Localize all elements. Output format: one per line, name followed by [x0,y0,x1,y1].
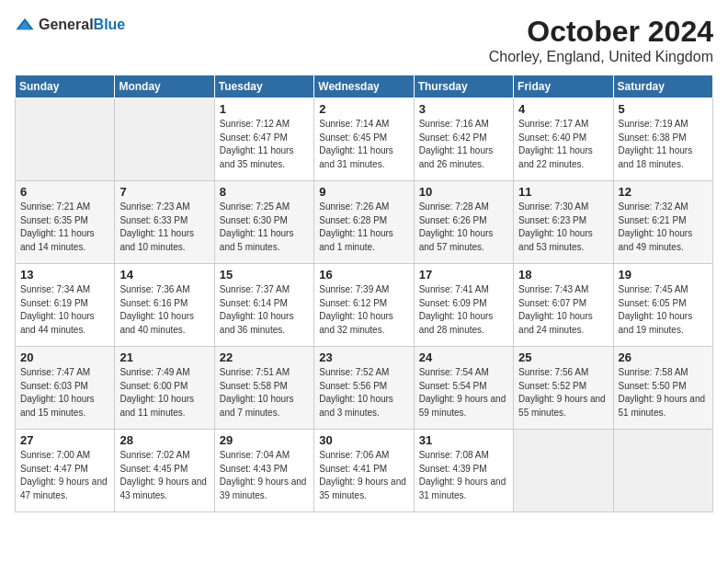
sunrise-text: Sunrise: 7:58 AM [619,366,708,380]
daylight-text: Daylight: 10 hours and 40 minutes. [119,310,209,337]
sunrise-text: Sunrise: 7:19 AM [619,118,708,132]
calendar-week-row: 1Sunrise: 7:12 AMSunset: 6:47 PMDaylight… [16,98,713,181]
calendar-body: 1Sunrise: 7:12 AMSunset: 6:47 PMDaylight… [16,98,713,512]
sunset-text: Sunset: 6:07 PM [518,297,608,311]
daylight-text: Daylight: 9 hours and 31 minutes. [419,476,508,502]
day-number: 5 [619,102,708,116]
daylight-text: Daylight: 10 hours and 28 minutes. [419,310,508,337]
calendar-week-row: 13Sunrise: 7:34 AMSunset: 6:19 PMDayligh… [16,264,713,347]
calendar-cell: 17Sunrise: 7:41 AMSunset: 6:09 PMDayligh… [414,264,513,347]
daylight-text: Daylight: 11 hours and 22 minutes. [518,144,608,171]
day-number: 19 [619,268,708,282]
daylight-text: Daylight: 11 hours and 14 minutes. [20,227,109,254]
sunrise-text: Sunrise: 7:45 AM [619,283,708,297]
day-number: 2 [319,102,408,116]
sunset-text: Sunset: 6:42 PM [419,132,508,145]
calendar-cell [514,430,613,512]
day-number: 15 [220,268,309,282]
calendar-cell: 19Sunrise: 7:45 AMSunset: 6:05 PMDayligh… [613,264,712,347]
day-info: Sunrise: 7:56 AMSunset: 5:52 PMDaylight:… [518,366,608,419]
calendar-cell: 25Sunrise: 7:56 AMSunset: 5:52 PMDayligh… [514,347,613,430]
page-header: GeneralBlue October 2024 Chorley, Englan… [15,15,713,65]
day-info: Sunrise: 7:16 AMSunset: 6:42 PMDaylight:… [419,118,508,171]
daylight-text: Daylight: 11 hours and 18 minutes. [619,144,708,171]
day-number: 28 [119,433,209,447]
header-row: Sunday Monday Tuesday Wednesday Thursday… [16,75,713,98]
day-number: 13 [20,268,109,282]
day-number: 18 [518,268,608,282]
day-number: 31 [419,433,508,447]
daylight-text: Daylight: 10 hours and 49 minutes. [619,227,708,254]
day-info: Sunrise: 7:19 AMSunset: 6:38 PMDaylight:… [619,118,708,171]
daylight-text: Daylight: 11 hours and 10 minutes. [119,227,209,254]
sunset-text: Sunset: 6:40 PM [518,132,608,145]
calendar-cell: 27Sunrise: 7:00 AMSunset: 4:47 PMDayligh… [16,430,115,512]
sunset-text: Sunset: 6:33 PM [119,214,209,228]
sunset-text: Sunset: 4:43 PM [220,463,309,477]
sunrise-text: Sunrise: 7:25 AM [220,201,309,214]
calendar-cell: 21Sunrise: 7:49 AMSunset: 6:00 PMDayligh… [115,347,214,430]
sunset-text: Sunset: 4:45 PM [119,463,209,477]
day-number: 17 [419,268,508,282]
location-title: Chorley, England, United Kingdom [489,49,713,65]
calendar-cell: 2Sunrise: 7:14 AMSunset: 6:45 PMDaylight… [314,98,414,181]
sunset-text: Sunset: 6:14 PM [220,297,309,311]
sunrise-text: Sunrise: 7:21 AM [20,201,109,214]
col-friday: Friday [514,75,613,98]
day-info: Sunrise: 7:39 AMSunset: 6:12 PMDaylight:… [319,283,408,337]
day-number: 21 [119,350,209,364]
sunset-text: Sunset: 6:45 PM [319,132,408,145]
sunset-text: Sunset: 6:26 PM [419,214,508,228]
daylight-text: Daylight: 11 hours and 35 minutes. [220,144,309,171]
day-info: Sunrise: 7:23 AMSunset: 6:33 PMDaylight:… [119,201,209,254]
day-info: Sunrise: 7:45 AMSunset: 6:05 PMDaylight:… [619,283,708,337]
sunrise-text: Sunrise: 7:00 AM [20,449,109,463]
day-info: Sunrise: 7:04 AMSunset: 4:43 PMDaylight:… [220,449,309,502]
day-number: 22 [220,350,309,364]
month-title: October 2024 [489,15,713,49]
day-info: Sunrise: 7:51 AMSunset: 5:58 PMDaylight:… [220,366,309,419]
day-info: Sunrise: 7:14 AMSunset: 6:45 PMDaylight:… [319,118,408,171]
daylight-text: Daylight: 10 hours and 7 minutes. [220,393,309,419]
day-info: Sunrise: 7:17 AMSunset: 6:40 PMDaylight:… [518,118,608,171]
day-info: Sunrise: 7:28 AMSunset: 6:26 PMDaylight:… [419,201,508,254]
day-info: Sunrise: 7:37 AMSunset: 6:14 PMDaylight:… [220,283,309,337]
sunset-text: Sunset: 5:58 PM [220,380,309,394]
sunrise-text: Sunrise: 7:51 AM [220,366,309,380]
day-number: 23 [319,350,408,364]
calendar-cell: 1Sunrise: 7:12 AMSunset: 6:47 PMDaylight… [214,98,313,181]
day-info: Sunrise: 7:41 AMSunset: 6:09 PMDaylight:… [419,283,508,337]
daylight-text: Daylight: 9 hours and 35 minutes. [319,476,408,502]
sunset-text: Sunset: 6:47 PM [220,132,309,145]
day-number: 7 [119,185,209,199]
calendar-cell: 9Sunrise: 7:26 AMSunset: 6:28 PMDaylight… [314,181,414,264]
daylight-text: Daylight: 10 hours and 32 minutes. [319,310,408,337]
daylight-text: Daylight: 9 hours and 47 minutes. [20,476,109,502]
calendar-cell: 26Sunrise: 7:58 AMSunset: 5:50 PMDayligh… [613,347,712,430]
day-info: Sunrise: 7:00 AMSunset: 4:47 PMDaylight:… [20,449,109,502]
calendar-cell: 31Sunrise: 7:08 AMSunset: 4:39 PMDayligh… [414,430,513,512]
daylight-text: Daylight: 9 hours and 39 minutes. [220,476,309,502]
calendar-cell [115,98,214,181]
col-tuesday: Tuesday [214,75,313,98]
daylight-text: Daylight: 10 hours and 11 minutes. [119,393,209,419]
day-number: 27 [20,433,109,447]
sunrise-text: Sunrise: 7:16 AM [419,118,508,132]
sunrise-text: Sunrise: 7:04 AM [220,449,309,463]
daylight-text: Daylight: 9 hours and 51 minutes. [619,393,708,419]
calendar-cell: 6Sunrise: 7:21 AMSunset: 6:35 PMDaylight… [16,181,115,264]
calendar-cell: 23Sunrise: 7:52 AMSunset: 5:56 PMDayligh… [314,347,414,430]
sunrise-text: Sunrise: 7:02 AM [119,449,209,463]
calendar-cell: 28Sunrise: 7:02 AMSunset: 4:45 PMDayligh… [115,430,214,512]
calendar-cell: 10Sunrise: 7:28 AMSunset: 6:26 PMDayligh… [414,181,513,264]
daylight-text: Daylight: 10 hours and 57 minutes. [419,227,508,254]
day-info: Sunrise: 7:32 AMSunset: 6:21 PMDaylight:… [619,201,708,254]
day-info: Sunrise: 7:36 AMSunset: 6:16 PMDaylight:… [119,283,209,337]
sunrise-text: Sunrise: 7:12 AM [220,118,309,132]
day-number: 12 [619,185,708,199]
calendar-cell: 14Sunrise: 7:36 AMSunset: 6:16 PMDayligh… [115,264,214,347]
sunrise-text: Sunrise: 7:30 AM [518,201,608,214]
sunrise-text: Sunrise: 7:26 AM [319,201,408,214]
logo-text: GeneralBlue [39,17,125,33]
sunset-text: Sunset: 4:41 PM [319,463,408,477]
